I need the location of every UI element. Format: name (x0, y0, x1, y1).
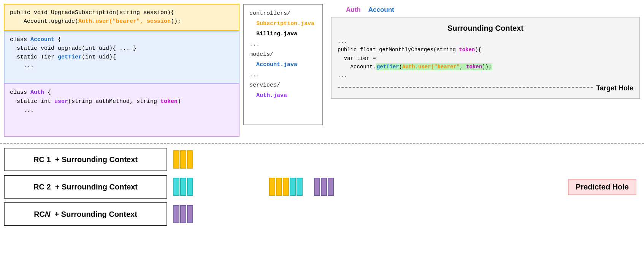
blue-panel: class Account { static void upgrade(int … (4, 31, 240, 84)
top-section: public void UpgradeSubscription(string s… (0, 0, 644, 137)
surrounding-context-title: Surrounding Context (338, 22, 633, 34)
orange-line1: public void UpgradeSubscription(string s… (10, 9, 174, 16)
auth-label: Auth (346, 6, 361, 14)
purple-line3: ... (10, 107, 34, 114)
file-subscription: Subscription.java (249, 19, 317, 29)
rc1-label: RC 1 + Surrounding Context (4, 148, 167, 171)
rcN-bars (173, 205, 193, 223)
bar-orange-2 (180, 150, 186, 169)
blue-line3: static Tier getTier(int uid){ (10, 54, 116, 60)
ellipsis-1: ... (249, 39, 317, 49)
purple-line2: static int user(string authMethod, strin… (10, 98, 181, 105)
bar-teal-mid-2 (297, 178, 303, 196)
dir-services: services/ (249, 80, 317, 90)
file-tree: controllers/ Subscription.java Billing.j… (243, 4, 323, 125)
account-label: Account (368, 6, 394, 14)
bottom-section: RC 1 + Surrounding Context RC 2 + Surrou… (0, 148, 644, 226)
bar-purple-n-3 (187, 205, 193, 223)
orange-line2: Account.upgrade(Auth.user("bearer", sess… (10, 18, 181, 25)
orange-panel: public void UpgradeSubscription(string s… (4, 4, 240, 31)
left-panels: public void UpgradeSubscription(string s… (4, 4, 240, 137)
bar-orange-mid-3 (283, 178, 289, 196)
bar-teal-3 (187, 178, 193, 196)
bar-teal-mid-1 (290, 178, 296, 196)
bar-orange-1 (173, 150, 179, 169)
bar-purple-2 (321, 178, 327, 196)
bar-purple-3 (328, 178, 334, 196)
bar-purple-n-2 (180, 205, 186, 223)
dir-models: models/ (249, 49, 317, 60)
blue-line4: ... (10, 63, 34, 69)
bar-teal-2 (180, 178, 186, 196)
right-labels: Auth Account (331, 4, 640, 17)
ctx-line5: ... (338, 71, 633, 80)
bar-teal-1 (173, 178, 179, 196)
rcN-row: RC N + Surrounding Context (4, 202, 640, 226)
rc2-bars-teal-left (173, 178, 193, 196)
bar-orange-3 (187, 150, 193, 169)
target-hole-label: Target Hole (596, 83, 633, 94)
purple-line1: class Auth { (10, 89, 51, 96)
rc2-row: RC 2 + Surrounding Context Predicted Hol… (4, 175, 640, 199)
file-account: Account.java (249, 60, 317, 70)
bar-orange-mid-2 (276, 178, 282, 196)
bar-purple-n-1 (173, 205, 179, 223)
rc2-label: RC 2 + Surrounding Context (4, 175, 167, 199)
ctx-line1: ... (338, 37, 633, 46)
rc2-bars-mid (269, 178, 303, 196)
rc2-bars-purple (314, 178, 334, 196)
predicted-hole-box: Predicted Hole (568, 179, 636, 195)
blue-line2: static void upgrade(int uid){ ... } (10, 45, 136, 52)
ctx-line4: Account.getTier(Auth.user("bearer", toke… (338, 63, 633, 71)
bar-orange-mid-1 (269, 178, 275, 196)
ellipsis-2: ... (249, 70, 317, 80)
dashed-separator (0, 143, 644, 144)
file-auth: Auth.java (249, 90, 317, 101)
rcN-label: RC N + Surrounding Context (4, 202, 167, 226)
dir-controllers: controllers/ (249, 8, 317, 19)
ctx-line3: var tier = (338, 54, 633, 63)
blue-line1: class Account { (10, 36, 61, 43)
file-billing: Billing.java (249, 29, 317, 39)
context-box: Surrounding Context ... public float get… (331, 17, 640, 99)
rc1-bars (173, 150, 193, 169)
ctx-line2: public float getMonthlyCharges(string to… (338, 46, 633, 54)
bar-purple-1 (314, 178, 320, 196)
right-panel: Auth Account Surrounding Context ... pub… (331, 4, 640, 137)
purple-panel: class Auth { static int user(string auth… (4, 84, 240, 137)
rc1-row: RC 1 + Surrounding Context (4, 148, 640, 171)
